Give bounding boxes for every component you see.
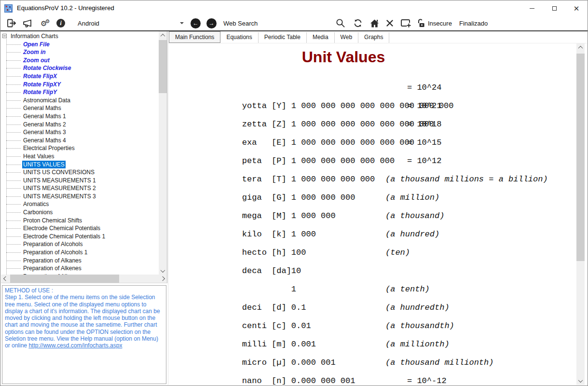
tree-root-item[interactable]: Information Charts bbox=[1, 32, 159, 41]
tree-item[interactable]: General Maths 4 bbox=[1, 137, 159, 145]
toolbar: ⚙⚙ i Android ← → Web Search bbox=[0, 16, 588, 30]
search-button[interactable] bbox=[335, 18, 346, 28]
tree-item-label: Astronomical Data bbox=[22, 96, 71, 105]
tree-item[interactable]: Heat Values bbox=[1, 152, 159, 161]
tree-item-label: General Maths 4 bbox=[22, 137, 67, 145]
tree-rows: Information Charts Open File Zoom in Zoo… bbox=[1, 31, 159, 275]
tree-item[interactable]: General Maths 3 bbox=[1, 128, 159, 137]
scroll-left-button[interactable] bbox=[1, 275, 9, 283]
tree-item[interactable]: Zoom out bbox=[1, 56, 159, 65]
chevron-up-icon bbox=[578, 46, 583, 51]
unit-row: zetta [Z] 1 000 000 000 000 000 000 000 … bbox=[173, 97, 587, 115]
tab[interactable]: Equations bbox=[220, 32, 258, 43]
tree-item-list: Open File Zoom in Zoom out Rotate Clockw… bbox=[1, 41, 159, 275]
device-dropdown-button[interactable] bbox=[180, 18, 184, 28]
tree-item[interactable]: Rotate FlipX bbox=[1, 72, 159, 81]
tree-item[interactable]: Electrode Chemical Potentials 1 bbox=[1, 233, 159, 241]
tree-item[interactable]: General Maths bbox=[1, 104, 159, 112]
unit-row-note: (a millionth) bbox=[385, 335, 450, 354]
tab[interactable]: Web bbox=[335, 32, 358, 43]
tree-item[interactable]: Rotate FlipY bbox=[1, 88, 159, 96]
tab[interactable]: Main Functions bbox=[169, 31, 220, 43]
tree-vscroll-thumb[interactable] bbox=[159, 40, 167, 93]
tree-item-label: Proton Chemical Shifts bbox=[22, 217, 83, 225]
tree-item[interactable]: Preparation of Alkenes bbox=[1, 264, 159, 273]
unit-row: mega [M] 1 000 000 (a million) bbox=[173, 189, 587, 207]
tree-item[interactable]: Open File bbox=[1, 41, 159, 49]
new-tab-button[interactable] bbox=[400, 18, 411, 28]
unit-row: yotta [Y] 1 000 000 000 000 000 000 000 … bbox=[173, 79, 587, 97]
tree-item[interactable]: General Maths 1 bbox=[1, 112, 159, 121]
refresh-button[interactable] bbox=[353, 18, 363, 28]
tree-item[interactable]: Preparation of Alcohols bbox=[1, 240, 159, 248]
infocharts-link[interactable]: http://www.cesd.com/infocharts.aspx bbox=[28, 342, 122, 349]
tree-item[interactable]: Electrical Properties bbox=[1, 144, 159, 152]
collapse-icon[interactable] bbox=[2, 34, 7, 38]
device-selector[interactable]: Android bbox=[78, 18, 99, 28]
unit-row: giga [G] 1 000 000 000 (a thousand milli… bbox=[173, 170, 587, 189]
tree-item-label: Electrode Chemical Potentials 1 bbox=[22, 233, 106, 241]
tree-item-label: Preparation of Alcohols bbox=[22, 240, 83, 248]
tree-item[interactable]: UNITS VALUES bbox=[1, 161, 159, 169]
scroll-down-button[interactable] bbox=[576, 377, 585, 385]
tab[interactable]: Graphs bbox=[358, 32, 389, 43]
exit-button[interactable] bbox=[6, 18, 17, 28]
tree-horizontal-scrollbar[interactable] bbox=[1, 275, 167, 283]
tree-item[interactable]: UNITS MEASUREMENTS 3 bbox=[1, 193, 159, 201]
unit-row-note: (a thousandth) bbox=[385, 317, 454, 335]
announce-button[interactable] bbox=[22, 18, 34, 28]
tree-item[interactable]: Zoom in bbox=[1, 48, 159, 56]
scroll-up-button[interactable] bbox=[159, 31, 167, 40]
tree-item[interactable]: UNITS US CONVERSIONS bbox=[1, 168, 159, 177]
info-button[interactable]: i bbox=[56, 18, 65, 28]
scroll-down-button[interactable] bbox=[159, 267, 167, 275]
tree-item[interactable]: Aromatics bbox=[1, 200, 159, 208]
tab[interactable]: Media bbox=[307, 32, 335, 43]
home-button[interactable] bbox=[369, 18, 380, 28]
close-button[interactable]: ✕ bbox=[565, 0, 588, 16]
chevron-down-icon bbox=[180, 22, 184, 24]
unit-row-note: (a hundredth) bbox=[385, 299, 450, 317]
unit-values-table: yotta [Y] 1 000 000 000 000 000 000 000 … bbox=[168, 79, 587, 385]
unit-row: deci [d] 0.1 (a tenth) bbox=[173, 280, 587, 299]
tree-item-label: Rotate Clockwise bbox=[22, 64, 72, 72]
scroll-up-button[interactable] bbox=[576, 43, 585, 52]
tree-item-label: Open File bbox=[22, 41, 51, 49]
device-selector-label: Android bbox=[78, 20, 99, 27]
scroll-right-button[interactable] bbox=[159, 275, 167, 283]
tree-item[interactable]: Preparation of Alcohols 1 bbox=[1, 248, 159, 257]
content-vertical-scrollbar[interactable] bbox=[576, 43, 585, 385]
tree-vertical-scrollbar[interactable] bbox=[159, 31, 167, 275]
tree-item[interactable]: UNITS MEASUREMENTS 1 bbox=[1, 177, 159, 185]
settings-gear-small-icon: ⚙ bbox=[45, 19, 50, 24]
selection-tree: Information Charts Open File Zoom in Zoo… bbox=[1, 31, 167, 283]
tree-item[interactable]: Rotate FlipXY bbox=[1, 81, 159, 89]
stop-button[interactable] bbox=[385, 18, 395, 28]
stop-x-icon bbox=[385, 18, 395, 28]
unit-row-note: = 10^15 bbox=[407, 134, 441, 152]
content-vscroll-thumb[interactable] bbox=[576, 54, 585, 261]
tree-item[interactable]: Electrode Chemical Potentials bbox=[1, 224, 159, 233]
maximize-button[interactable] bbox=[543, 0, 565, 16]
back-button[interactable]: ← bbox=[191, 18, 201, 28]
right-panel: Main FunctionsEquationsPeriodic TableMed… bbox=[168, 31, 587, 385]
forward-button[interactable]: → bbox=[206, 18, 217, 28]
status-label: Finalizado bbox=[459, 18, 488, 28]
tab[interactable]: Periodic Table bbox=[259, 32, 307, 43]
minimize-button[interactable] bbox=[521, 0, 543, 16]
tree-item[interactable]: Proton Chemical Shifts bbox=[1, 217, 159, 225]
maximize-icon bbox=[552, 6, 557, 11]
unit-row-note: (ten) bbox=[385, 244, 410, 262]
tree-item[interactable]: Rotate Clockwise bbox=[1, 64, 159, 72]
tree-item[interactable]: Carbonions bbox=[1, 208, 159, 217]
settings-button[interactable]: ⚙⚙ bbox=[41, 18, 50, 28]
tree-item[interactable]: Preparation of Alkanes bbox=[1, 257, 159, 265]
security-button[interactable] bbox=[415, 18, 427, 28]
unit-row: deca [da]10 (ten) bbox=[173, 244, 587, 262]
tree-item[interactable]: General Maths 2 bbox=[1, 121, 159, 129]
tree-item[interactable]: Astronomical Data bbox=[1, 96, 159, 105]
tree-hscroll-thumb[interactable] bbox=[10, 275, 119, 283]
tree-item[interactable]: UNITS MEASUREMENTS 2 bbox=[1, 184, 159, 193]
exit-icon bbox=[6, 18, 17, 28]
unit-row: centi [c] 0.01 (a hundredth) bbox=[173, 299, 587, 317]
